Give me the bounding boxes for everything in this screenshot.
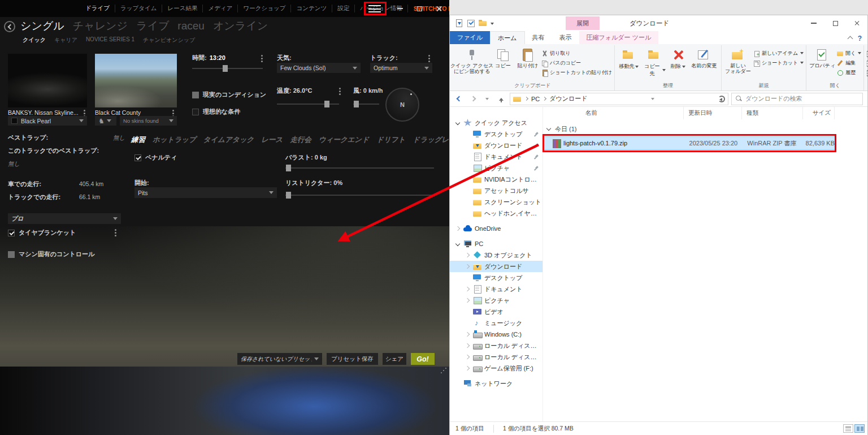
nav-tab[interactable]: raceu (177, 20, 205, 32)
pin-to-quick-access-button[interactable]: クイック アクセスにピン留めする (453, 46, 491, 83)
column-header[interactable]: サイズ (803, 107, 835, 119)
ribbon-tab[interactable]: 共有 (525, 31, 552, 44)
expander-icon[interactable] (455, 226, 461, 231)
contextual-tab-header[interactable]: 展開 (566, 16, 600, 30)
copy-to-button[interactable]: コピー先 (642, 46, 667, 83)
expander-icon[interactable] (465, 200, 470, 205)
expander-icon[interactable] (465, 298, 470, 303)
skin-filter-button[interactable] (95, 116, 116, 126)
realistic-conditions-row[interactable]: 現実のコンディション (192, 91, 266, 99)
mode-tab[interactable]: レース (261, 135, 283, 145)
menu-item[interactable]: ワークショップ (238, 5, 291, 12)
checkmark-icon[interactable] (467, 19, 475, 27)
minimize-ribbon-icon[interactable] (847, 36, 853, 41)
properties-button[interactable]: プロパティ (809, 46, 836, 83)
expander-icon[interactable] (465, 166, 470, 171)
sidebar-item[interactable]: ローカル ディスク (D:) (450, 340, 542, 351)
column-header[interactable]: 更新日時 (684, 107, 742, 119)
car-thumbnail[interactable] (8, 54, 87, 107)
start-dropdown[interactable]: Pits (134, 187, 277, 198)
time-slider-thumb[interactable] (223, 65, 228, 72)
sidebar-item[interactable]: ローカル ディスク (E:) (450, 351, 542, 363)
wind-slider-thumb[interactable] (354, 101, 359, 107)
weather-dropdown[interactable]: Few Clouds (Sol) (277, 63, 361, 73)
temperature-slider[interactable] (277, 101, 339, 107)
group-collapse-icon[interactable] (546, 127, 552, 132)
breadcrumb[interactable]: PC ダウンロード (510, 93, 728, 105)
tyre-blankets-row[interactable]: タイヤブランケット (8, 229, 76, 237)
menu-item[interactable]: ドライブ (80, 5, 115, 12)
group-header[interactable]: 今日 (1) (543, 123, 867, 135)
details-view-button[interactable] (843, 424, 853, 433)
move-to-button[interactable]: 移動先 (617, 46, 641, 83)
preset-dropdown[interactable]: 保存されていないプリセット (237, 353, 322, 365)
time-kebab-icon[interactable] (261, 55, 263, 57)
edit-button[interactable]: 編集 (837, 59, 861, 67)
rename-button[interactable]: 名前の変更 (689, 46, 719, 83)
penalties-checkbox[interactable] (134, 154, 141, 161)
expander-icon[interactable] (465, 343, 470, 348)
expander-icon[interactable] (465, 211, 470, 216)
breadcrumb-pc[interactable]: PC (531, 96, 540, 102)
sidebar-item[interactable]: PC (450, 238, 542, 249)
refresh-icon[interactable] (718, 96, 725, 102)
restrictor-slider[interactable] (285, 192, 434, 199)
sidebar-item[interactable]: ダウンロード (450, 140, 542, 151)
wind-direction-compass[interactable]: N (385, 88, 419, 122)
subnav-tab[interactable]: キャリア (54, 36, 77, 44)
help-icon[interactable] (858, 33, 862, 43)
back-button[interactable] (453, 93, 465, 105)
menu-item[interactable]: 設定 (332, 5, 355, 12)
nav-tab[interactable]: シングル (20, 19, 64, 33)
nav-tab[interactable]: ライブ (136, 19, 169, 33)
time-slider[interactable] (192, 65, 263, 72)
file-down-icon[interactable] (455, 19, 463, 27)
save-preset-button[interactable]: プリセット保存 (327, 353, 378, 365)
paste-shortcut-button[interactable]: ショートカットの貼り付け (541, 68, 612, 76)
address-dropdown-caret-icon[interactable] (651, 98, 654, 102)
ribbon-tab[interactable]: 圧縮フォルダー ツール (579, 31, 659, 44)
subnav-tab[interactable]: NOVICE SERIES 1 (86, 36, 134, 44)
sidebar-item[interactable]: クイック アクセス (450, 117, 542, 128)
restrictor-slider-thumb[interactable] (286, 192, 291, 199)
sidebar-item[interactable]: ドキュメント (450, 151, 542, 162)
mode-tab[interactable]: ドラッグレース (413, 135, 449, 145)
subnav-tab[interactable]: チャンピオンシップ (143, 36, 195, 44)
car-kebab-icon[interactable] (84, 110, 85, 111)
history-button[interactable]: 履歴 (837, 68, 861, 76)
tyre-blankets-checkbox[interactable] (8, 230, 15, 236)
ribbon-tab[interactable]: 表示 (552, 31, 579, 44)
expander-icon[interactable] (465, 332, 470, 337)
breadcrumb-downloads[interactable]: ダウンロード (549, 94, 587, 103)
mode-tab[interactable]: タイムアタック (203, 135, 254, 145)
wind-slider[interactable] (353, 101, 379, 107)
expander-icon[interactable] (465, 188, 470, 193)
shortcut-button[interactable]: ショートカット (753, 59, 804, 67)
expander-icon[interactable] (465, 355, 470, 360)
menu-item[interactable]: レース結果 (162, 5, 203, 12)
column-header[interactable]: 名前 (543, 107, 684, 119)
temperature-kebab-icon[interactable] (339, 88, 341, 89)
up-button[interactable] (496, 93, 507, 105)
thumbnails-view-button[interactable] (854, 424, 865, 433)
car-controls-row[interactable]: マシン固有のコントロール (8, 250, 94, 259)
expander-icon[interactable] (455, 242, 461, 247)
sidebar-item[interactable]: ピクチャ (450, 162, 542, 174)
sidebar-item[interactable]: Windows (C:) (450, 329, 542, 340)
expander-icon[interactable] (455, 381, 461, 386)
copy-button[interactable]: コピー (492, 46, 514, 83)
folder-icon[interactable] (479, 19, 487, 27)
track-kebab-icon[interactable] (172, 110, 174, 111)
hamburger-menu-icon[interactable] (368, 5, 381, 12)
expander-icon[interactable] (465, 253, 470, 258)
sidebar-item[interactable]: スクリーンショット (450, 196, 542, 208)
close-button[interactable] (846, 15, 867, 31)
sidebar-item[interactable]: ダウンロード (450, 261, 542, 272)
forward-button[interactable] (467, 93, 479, 105)
expander-icon[interactable] (455, 120, 461, 126)
sidebar-item[interactable]: 3D オブジェクト (450, 249, 542, 261)
track-state-kebab-icon[interactable] (428, 55, 430, 57)
maximize-button[interactable] (824, 15, 846, 31)
sidebar-item[interactable]: ミュージック (450, 317, 542, 329)
mode-tab[interactable]: 練習 (131, 135, 145, 145)
